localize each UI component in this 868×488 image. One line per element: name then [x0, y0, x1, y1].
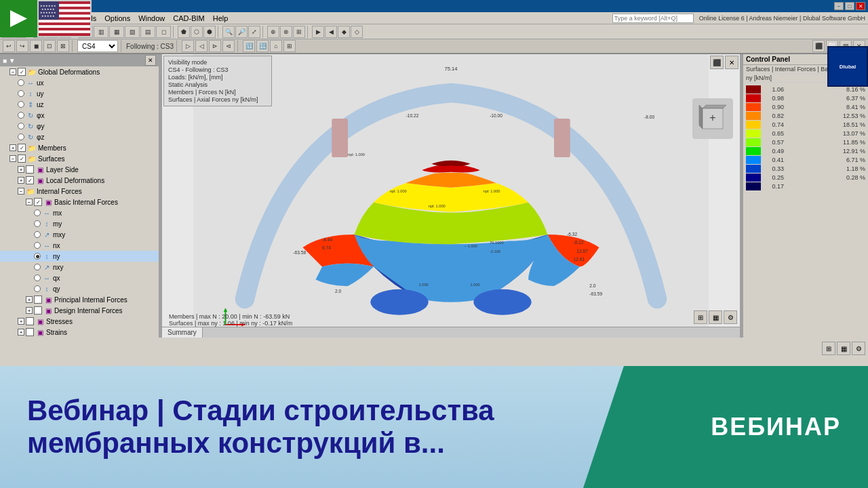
- bottom-ctrl-2[interactable]: ▦: [837, 342, 850, 355]
- t2-btn-3[interactable]: ◼: [30, 40, 42, 52]
- check-design[interactable]: [34, 306, 42, 314]
- tb-btn-9[interactable]: ⬢: [203, 26, 216, 38]
- expand-global-deformations[interactable]: −: [9, 68, 16, 75]
- vctrl-graph-btn[interactable]: ▦: [709, 310, 722, 324]
- viewport-restore-btn[interactable]: ⬛: [710, 56, 724, 69]
- tree-item-ux[interactable]: ↔ ux: [0, 77, 159, 88]
- tree-item-nx[interactable]: ↔ nx: [0, 240, 159, 251]
- radio-phiy[interactable]: [18, 123, 24, 129]
- tree-item-mxy[interactable]: ↗ mxy: [0, 229, 159, 240]
- tree-item-design[interactable]: + ▣ Design Internal Forces: [0, 305, 159, 316]
- tab-summary[interactable]: Summary: [162, 327, 203, 338]
- tree-item-internal-forces[interactable]: − 📁 Internal Forces: [0, 186, 159, 197]
- radio-uy[interactable]: [18, 90, 24, 97]
- tb-btn-8[interactable]: ⬡: [191, 26, 203, 38]
- tree-item-phiy[interactable]: ↻ φy: [0, 121, 159, 131]
- expand-basic-internal[interactable]: −: [26, 199, 33, 205]
- expand-stresses[interactable]: +: [18, 318, 24, 325]
- bottom-ctrl-1[interactable]: ⊞: [822, 342, 835, 355]
- close-button[interactable]: ✕: [856, 2, 865, 10]
- radio-my[interactable]: [34, 220, 41, 227]
- t2-btn-7[interactable]: ◁: [195, 40, 208, 52]
- radio-phix[interactable]: [18, 112, 24, 119]
- t2-btn-2[interactable]: ↪: [16, 40, 28, 52]
- tree-item-phiz[interactable]: ↻ φz: [0, 131, 159, 142]
- maximize-button[interactable]: □: [845, 2, 854, 10]
- tb-btn-12[interactable]: ⊞: [293, 26, 305, 38]
- expand-members[interactable]: +: [9, 144, 16, 151]
- vctrl-table-btn[interactable]: ⊞: [694, 310, 707, 324]
- tree-item-uy[interactable]: ↕ uy: [0, 88, 159, 99]
- menu-options[interactable]: Options: [100, 14, 134, 22]
- t2-btn-13[interactable]: ⊞: [283, 40, 296, 52]
- tree-item-strains[interactable]: + ▣ Strains: [0, 327, 159, 338]
- tree-item-my[interactable]: ↕ my: [0, 218, 159, 229]
- tree-item-stresses[interactable]: + ▣ Stresses: [0, 316, 159, 327]
- minimize-button[interactable]: −: [834, 2, 844, 10]
- check-layer-side[interactable]: [26, 165, 34, 174]
- tree-item-mx[interactable]: ↔ mx: [0, 207, 159, 218]
- expand-principal[interactable]: +: [26, 296, 33, 303]
- zoom-in-button[interactable]: 🔍: [222, 26, 235, 38]
- t2-btn-8[interactable]: ⊳: [209, 40, 221, 52]
- t2-btn-14[interactable]: ⬛: [812, 40, 825, 52]
- tb-btn-4[interactable]: ▧: [125, 26, 140, 38]
- radio-mx[interactable]: [34, 209, 41, 216]
- search-input[interactable]: [612, 14, 694, 23]
- tree-item-local-def[interactable]: + ▣ Local Deformations: [0, 175, 159, 186]
- cs-dropdown[interactable]: CS4 CS3 CS2 CS1: [77, 40, 118, 52]
- t2-btn-5[interactable]: ⊠: [57, 40, 69, 52]
- tb-btn-7[interactable]: ⬟: [178, 26, 190, 38]
- tb-btn-10[interactable]: ⊕: [267, 26, 279, 38]
- zoom-out-button[interactable]: 🔎: [235, 26, 248, 38]
- tree-item-global-deformations[interactable]: − 📁 Global Deformations: [0, 66, 159, 77]
- vctrl-settings-btn[interactable]: ⚙: [724, 310, 737, 324]
- fit-button[interactable]: ⤢: [248, 26, 260, 38]
- expand-strains[interactable]: +: [18, 329, 24, 336]
- tb-btn-13[interactable]: ▶: [312, 26, 324, 38]
- check-global-deformations[interactable]: [18, 68, 26, 76]
- bottom-ctrl-3[interactable]: ⚙: [852, 342, 865, 355]
- check-local-def[interactable]: [26, 176, 34, 184]
- radio-ny[interactable]: [34, 253, 41, 260]
- tree-item-uz[interactable]: ⇕ uz: [0, 99, 159, 110]
- check-strains[interactable]: [26, 328, 34, 336]
- expand-local-def[interactable]: +: [18, 177, 24, 184]
- viewport-close-btn[interactable]: ✕: [725, 56, 738, 69]
- tree-item-qy[interactable]: ↕ qy: [0, 283, 159, 294]
- check-basic-internal[interactable]: [34, 198, 42, 206]
- tree-item-layer-side[interactable]: + ▣ Layer Side: [0, 164, 159, 175]
- menu-cadbim[interactable]: CAD-BIM: [169, 14, 208, 22]
- radio-uz[interactable]: [18, 101, 24, 108]
- lph-close[interactable]: ✕: [145, 55, 156, 66]
- expand-layer-side[interactable]: +: [18, 166, 24, 173]
- tree-item-principal[interactable]: + ▣ Principal Internal Forces: [0, 294, 159, 305]
- tb-btn-2[interactable]: ▥: [94, 26, 108, 38]
- tree-item-ny[interactable]: ↕ ny: [0, 251, 159, 262]
- radio-nx[interactable]: [34, 242, 41, 249]
- tb-btn-15[interactable]: ◆: [338, 26, 350, 38]
- nav-cube[interactable]: +: [692, 98, 733, 139]
- menu-help[interactable]: Help: [209, 14, 233, 22]
- check-stresses[interactable]: [26, 317, 34, 325]
- t2-btn-12[interactable]: ⌂: [270, 40, 282, 52]
- expand-surfaces[interactable]: −: [9, 155, 16, 162]
- radio-ux[interactable]: [18, 79, 24, 86]
- radio-nxy[interactable]: [34, 264, 41, 270]
- tree-item-nxy[interactable]: ↗ nxy: [0, 262, 159, 272]
- menu-window[interactable]: Window: [134, 14, 169, 22]
- t2-btn-1[interactable]: ↩: [3, 40, 15, 52]
- radio-qx[interactable]: [34, 274, 41, 281]
- t2-btn-9[interactable]: ⊲: [222, 40, 235, 52]
- t2-btn-10[interactable]: 🔢: [243, 40, 255, 52]
- tb-btn-3[interactable]: ▦: [109, 26, 124, 38]
- tree-item-members[interactable]: + 📁 Members: [0, 142, 159, 153]
- expand-internal-forces[interactable]: −: [18, 188, 24, 195]
- expand-design[interactable]: +: [26, 307, 33, 314]
- check-principal[interactable]: [34, 296, 42, 304]
- tb-btn-6[interactable]: ◻: [156, 26, 171, 38]
- check-members[interactable]: [18, 144, 26, 152]
- radio-qy[interactable]: [34, 285, 41, 292]
- tb-btn-14[interactable]: ◀: [325, 26, 337, 38]
- tree-item-surfaces[interactable]: − 📁 Surfaces: [0, 153, 159, 164]
